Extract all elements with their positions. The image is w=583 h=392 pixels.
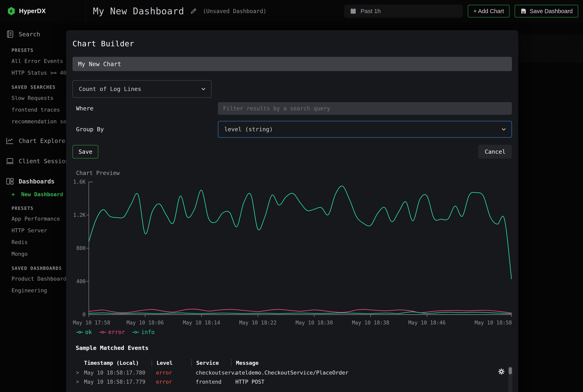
event-service: checkoutserv…	[191, 370, 231, 376]
legend-label: info	[141, 329, 154, 336]
sample-events-table: Timestamp (Local) Level Service Message …	[72, 358, 486, 386]
legend-item-info[interactable]: info	[132, 329, 154, 336]
save-icon	[520, 8, 526, 14]
search-logs-icon	[6, 30, 14, 38]
col-level[interactable]: Level	[152, 360, 191, 366]
svg-text:0: 0	[82, 312, 86, 318]
hyperdx-logo-icon	[7, 6, 16, 16]
table-row[interactable]: > May 10 18:58:17.779 error frontend HTT…	[72, 377, 486, 386]
table-scrollbar[interactable]	[508, 366, 512, 392]
svg-text:1.6K: 1.6K	[73, 179, 86, 185]
table-row[interactable]: > May 10 18:58:17.780 error checkoutserv…	[72, 368, 486, 377]
calendar-icon	[350, 8, 356, 14]
legend-item-ok[interactable]: ok	[76, 329, 92, 336]
table-scrollbar-thumb[interactable]	[509, 367, 512, 374]
legend-label: ok	[85, 329, 92, 336]
svg-text:400: 400	[76, 278, 86, 284]
where-filter-input[interactable]	[218, 102, 512, 115]
plus-icon: +	[12, 191, 15, 198]
chart-legend: ok error info	[76, 329, 512, 336]
client-sessions-icon	[6, 157, 14, 166]
event-timestamp: May 10 18:58:17.780	[84, 370, 152, 376]
dashboard-chart-placeholder	[518, 35, 583, 62]
new-dashboard-label: New Dashboard	[21, 191, 63, 198]
event-message: HTTP POST	[231, 379, 486, 385]
event-timestamp: May 10 18:58:17.779	[84, 379, 152, 385]
dashboards-icon	[6, 177, 14, 186]
legend-label: error	[108, 329, 125, 336]
dashboards-label: Dashboards	[19, 178, 55, 185]
modal-title: Chart Builder	[72, 39, 512, 48]
svg-text:May 10 18:46: May 10 18:46	[408, 320, 446, 326]
svg-text:May 10 18:22: May 10 18:22	[239, 320, 276, 326]
svg-text:May 10 18:58: May 10 18:58	[474, 320, 512, 326]
group-by-select[interactable]: level (string)	[218, 121, 512, 138]
sample-events-heading: Sample Matched Events	[72, 344, 512, 351]
event-level: error	[152, 370, 191, 376]
svg-text:May 10 18:30: May 10 18:30	[296, 320, 333, 326]
logo-text: HyperDX	[19, 8, 46, 15]
top-bar: HyperDX My New Dashboard (Unsaved Dashbo…	[0, 0, 583, 22]
col-service[interactable]: Service	[191, 360, 231, 366]
col-timestamp[interactable]: Timestamp (Local)	[84, 360, 152, 366]
table-settings-gear-icon[interactable]	[498, 368, 505, 375]
unsaved-badge: (Unsaved Dashboard)	[203, 8, 266, 14]
chart-name-input[interactable]	[72, 57, 512, 71]
svg-text:May 10 18:06: May 10 18:06	[126, 320, 164, 326]
chart-preview-label: Chart Preview	[72, 170, 512, 176]
col-message[interactable]: Message	[231, 360, 486, 366]
legend-marker-icon	[132, 331, 139, 334]
where-label: Where	[72, 105, 218, 112]
group-by-value: level (string)	[224, 126, 273, 133]
table-header-row: Timestamp (Local) Level Service Message	[72, 358, 486, 368]
svg-text:May 10 18:38: May 10 18:38	[352, 320, 389, 326]
event-level: error	[152, 379, 191, 385]
svg-text:May 10 18:14: May 10 18:14	[183, 320, 220, 326]
save-button[interactable]: Save	[72, 145, 98, 158]
event-message: oteldemo.CheckoutService/PlaceOrder	[231, 370, 486, 376]
chart-builder-modal: Chart Builder Count of Log Lines Where G…	[66, 30, 518, 392]
expand-row-icon[interactable]: >	[76, 370, 84, 376]
time-range-picker[interactable]: Past 1h	[344, 4, 463, 18]
aggregation-value: Count of Log Lines	[79, 86, 141, 92]
chart-explorer-label: Chart Explorer	[19, 138, 69, 144]
legend-marker-icon	[99, 331, 106, 334]
save-dashboard-button[interactable]: Save Dashboard	[515, 5, 578, 18]
chart-explorer-icon	[6, 136, 14, 145]
page-title: My New Dashboard	[93, 6, 184, 16]
svg-text:May 10 17:58: May 10 17:58	[73, 320, 110, 326]
chevron-down-icon	[200, 86, 207, 92]
cancel-button[interactable]: Cancel	[478, 145, 512, 159]
client-sessions-label: Client Sessions	[19, 158, 72, 164]
expand-row-icon[interactable]: >	[76, 379, 84, 385]
app-logo[interactable]: HyperDX	[0, 0, 86, 22]
event-service: frontend	[191, 379, 231, 385]
group-by-label: Group By	[72, 126, 218, 133]
add-chart-label: + Add Chart	[473, 8, 504, 14]
edit-title-icon[interactable]	[190, 8, 197, 14]
save-dashboard-label: Save Dashboard	[530, 8, 573, 14]
legend-item-error[interactable]: error	[99, 329, 125, 336]
legend-marker-icon	[76, 331, 83, 334]
time-range-label: Past 1h	[360, 8, 381, 14]
sidebar-search-label: Search	[19, 31, 40, 38]
add-chart-button[interactable]: + Add Chart	[468, 5, 510, 18]
svg-text:1.2K: 1.2K	[73, 212, 86, 218]
aggregation-select[interactable]: Count of Log Lines	[72, 80, 212, 98]
preview-line-chart: 04008001.2K1.6KMay 10 17:58May 10 18:06M…	[72, 179, 512, 326]
svg-text:800: 800	[76, 245, 86, 251]
chevron-down-icon	[500, 126, 507, 133]
